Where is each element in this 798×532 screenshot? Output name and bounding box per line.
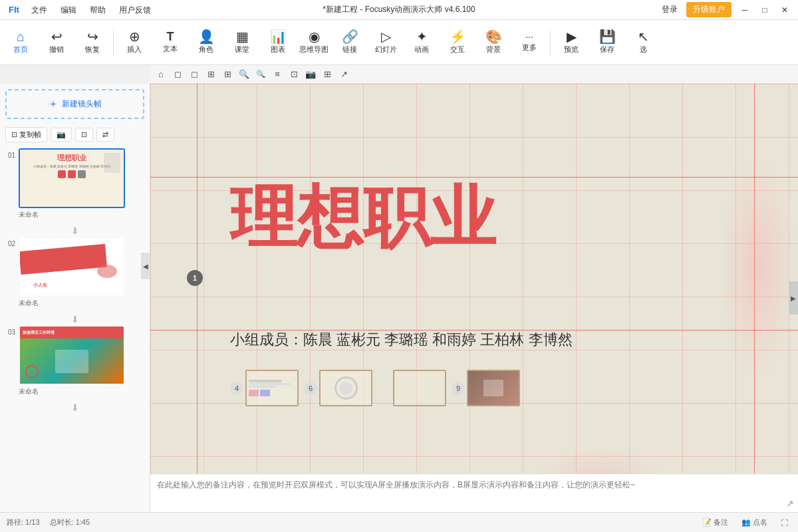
slide-number-2: 02 [3, 237, 15, 247]
mini-frame-empty[interactable]: x [378, 370, 446, 406]
toolbar-home-label: 首页 [13, 45, 28, 55]
canvas-subtitle[interactable]: 小组成员：陈晨 蓝彬元 李璐瑶 和雨婷 王柏林 李博然 [230, 330, 573, 350]
canvas-home-btn[interactable]: ⌂ [154, 67, 168, 82]
toolbar-more-label: 更多 [522, 43, 537, 53]
toolbar-slide[interactable]: ▷ 幻灯片 [368, 23, 403, 63]
arrange-icon: ⇄ [102, 130, 108, 139]
canvas-lock-btn[interactable]: ⊞ [320, 67, 334, 82]
new-frame-label: 新建镜头帧 [62, 98, 102, 110]
toolbar-mindmap[interactable]: ◉ 思维导图 [297, 23, 331, 63]
toolbar-undo[interactable]: ↩ 撤销 [39, 23, 74, 63]
deco-pink-right [718, 150, 798, 383]
grid-overlay [150, 84, 798, 512]
canvas-frame-btn1[interactable]: ◻ [170, 67, 185, 82]
mini-frame-4[interactable]: 4 [230, 370, 299, 406]
toolbar-bg[interactable]: 🎨 背景 [476, 23, 511, 63]
toolbar-insert-label: 插入 [127, 45, 142, 55]
toolbar-save-label: 保存 [600, 45, 614, 55]
point-button[interactable]: 👥 点名 [738, 516, 771, 529]
toolbar-animation-label: 动画 [414, 45, 429, 55]
canvas-frame-btn2[interactable]: ◻ [187, 67, 201, 82]
drag-handle-3[interactable]: ⬇ [3, 402, 146, 414]
note-textarea[interactable] [150, 474, 782, 512]
canvas-grid-btn2[interactable]: ⊞ [220, 67, 235, 82]
statusbar: 路径: 1/13 总时长: 1:45 📝 备注 👥 点名 ⛶ [0, 512, 798, 532]
drag-handle-1[interactable]: ⬇ [3, 225, 146, 237]
toolbar-more[interactable]: ··· 更多 [512, 23, 547, 63]
menu-help[interactable]: 帮助 [83, 0, 112, 20]
toolbar-insert[interactable]: ⊕ 插入 [117, 23, 152, 63]
toolbar-redo-label: 恢复 [85, 45, 100, 55]
toolbar-chart[interactable]: 📊 图表 [261, 23, 295, 63]
sidebar-collapse-button[interactable]: ◀ [141, 253, 150, 279]
right-collapse-button[interactable]: ▶ [789, 281, 798, 315]
note-btn-label: 备注 [714, 517, 728, 527]
note-expand-button[interactable]: ↗ [782, 474, 798, 512]
animation-icon: ✦ [416, 30, 428, 43]
select-icon: ↖ [638, 30, 649, 43]
maximize-button[interactable]: □ [755, 0, 775, 20]
insert-icon: ⊕ [129, 30, 140, 43]
toolbar-save[interactable]: 💾 保存 [590, 23, 624, 63]
mini-frame-box-4[interactable] [245, 370, 299, 406]
toolbar-animation[interactable]: ✦ 动画 [404, 23, 439, 63]
mini-frame-box-6[interactable] [319, 370, 372, 406]
canvas-camera-btn[interactable]: 📷 [303, 67, 318, 82]
canvas-expand-btn[interactable]: ↗ [336, 67, 351, 82]
slide-item-1: 01 理想职业 小组成员：陈晨 蓝彬元 李璐瑶 和雨婷 王柏林 李博然 [3, 148, 146, 219]
mini-frame-box-9[interactable] [467, 370, 520, 406]
toolbar-interact-label: 交互 [450, 45, 465, 55]
canvas-main-title[interactable]: 理想职业 [230, 184, 718, 250]
chart-icon: 📊 [270, 30, 287, 43]
mini-frame-6[interactable]: 6 [304, 370, 372, 406]
menu-feedback[interactable]: 用户反馈 [112, 0, 158, 20]
path-label: 路径: 1/13 [7, 517, 40, 527]
minimize-button[interactable]: ─ [735, 0, 755, 20]
menu-file[interactable]: 文件 [25, 0, 54, 20]
menu-edit[interactable]: 编辑 [54, 0, 83, 20]
toolbar-interact[interactable]: ⚡ 交互 [440, 23, 475, 63]
upgrade-button[interactable]: 升级账户 [686, 2, 732, 17]
class-icon: ▦ [236, 30, 249, 43]
slide-thumb-1[interactable]: 理想职业 小组成员：陈晨 蓝彬元 李璐瑶 和雨婷 王柏林 李博然 [19, 148, 125, 208]
main-area: ＋ 新建镜头帧 ⊡ 复制帧 📷 ⊡ ⇄ 01 [0, 84, 798, 512]
copy-frame-button[interactable]: ⊡ 复制帧 [5, 127, 47, 142]
slide-thumb-2[interactable]: 小人生 [19, 237, 125, 297]
sidebar: ＋ 新建镜头帧 ⊡ 复制帧 📷 ⊡ ⇄ 01 [0, 84, 150, 512]
toolbar-text[interactable]: T 文本 [153, 23, 188, 63]
link-icon: 🔗 [342, 30, 358, 43]
canvas-area[interactable]: 1 理想职业 小组成员：陈晨 蓝彬元 李璐瑶 和雨婷 王柏林 李博然 4 [150, 84, 798, 512]
canvas-grid-btn1[interactable]: ⊞ [203, 67, 218, 82]
mini-frame-box-empty[interactable] [393, 370, 446, 406]
slide-thumb-3[interactable]: 旅游景区工作环境 [19, 325, 125, 385]
canvas-zoom-out-btn[interactable]: 🔍- [253, 67, 268, 82]
drag-handle-2[interactable]: ⬇ [3, 313, 146, 325]
toolbar-class[interactable]: ▦ 课堂 [225, 23, 259, 63]
toolbar-redo[interactable]: ↪ 恢复 [75, 23, 110, 63]
canvas-content: 1 理想职业 小组成员：陈晨 蓝彬元 李璐瑶 和雨婷 王柏林 李博然 4 [150, 84, 798, 512]
chevron-left-icon: ◀ [143, 263, 148, 270]
toolbar-home[interactable]: ⌂ 首页 [3, 23, 38, 63]
canvas-align-btn[interactable]: ≡ [270, 67, 285, 82]
toolbar-preview-label: 预览 [564, 45, 579, 55]
mini-frame-9[interactable]: 9 [452, 370, 520, 406]
new-frame-button[interactable]: ＋ 新建镜头帧 [5, 89, 144, 119]
point-btn-label: 点名 [753, 517, 767, 527]
close-button[interactable]: ✕ [775, 0, 795, 20]
toolbar-preview[interactable]: ▶ 预览 [554, 23, 589, 63]
fullscreen-button[interactable]: ⛶ [777, 517, 791, 528]
toolbar-role-label: 角色 [199, 45, 213, 55]
toolbar-role[interactable]: 👤 角色 [189, 23, 223, 63]
fit-button[interactable]: ⊡ [75, 128, 93, 142]
more-icon: ··· [525, 32, 533, 41]
arrange-button[interactable]: ⇄ [96, 128, 114, 142]
note-button[interactable]: 📝 备注 [699, 516, 732, 529]
toolbar-link[interactable]: 🔗 链接 [332, 23, 367, 63]
toolbar-select[interactable]: ↖ 选 [626, 23, 660, 63]
canvas-zoom-in-btn[interactable]: 🔍 [237, 67, 251, 82]
sidebar-actions: ⊡ 复制帧 📷 ⊡ ⇄ [0, 124, 150, 145]
mini-frame-badge-4: 4 [230, 382, 243, 395]
capture-button[interactable]: 📷 [51, 128, 72, 142]
login-button[interactable]: 登录 [656, 3, 683, 17]
canvas-fit-btn[interactable]: ⊡ [287, 67, 301, 82]
